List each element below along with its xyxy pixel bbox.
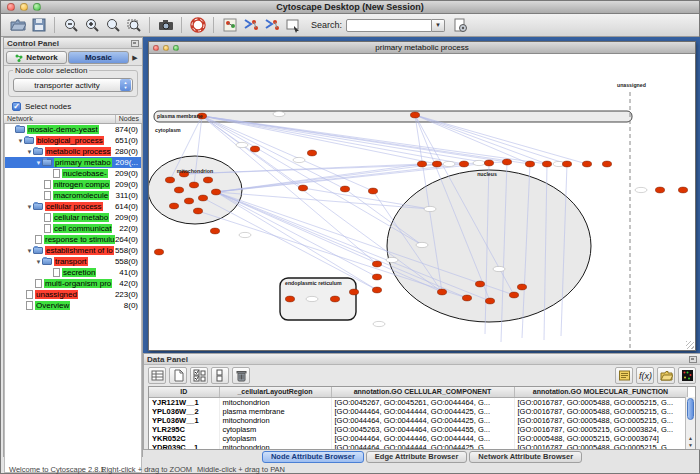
network-node[interactable] <box>542 161 551 167</box>
tree-column-nodes[interactable]: Nodes <box>116 115 142 123</box>
tree-expand-icon[interactable]: ▼ <box>26 248 33 254</box>
network-node[interactable] <box>678 187 687 193</box>
zoom-in-icon[interactable] <box>81 15 102 35</box>
tree-row[interactable]: ▼establishment of lo558(0) <box>5 245 141 256</box>
tab-edge-attribute-browser[interactable]: Edge Attribute Browser <box>366 451 467 463</box>
tab-overflow-arrow-icon[interactable]: ▶ <box>130 54 140 62</box>
network-node[interactable] <box>250 146 259 152</box>
table-row[interactable]: YPL036W__1mitochondrion[GO:0044464, GO:0… <box>149 416 687 425</box>
tree-row[interactable]: ▼metabolic process280(0) <box>5 146 141 157</box>
node-color-combobox[interactable]: transporter activity ▲▼ <box>13 78 133 92</box>
tree-row[interactable]: mosaic-demo-yeast874(0) <box>5 124 141 135</box>
resize-grip[interactable] <box>686 341 694 349</box>
tree-row[interactable]: ▼primary metabo209(... <box>5 157 141 168</box>
table-column-header[interactable]: annotation.GO CELLULAR_COMPONENT <box>331 387 514 397</box>
table-row[interactable]: YLR295Ccytoplasm[GO:0045263, GO:0044464,… <box>149 425 687 434</box>
tree-expand-icon[interactable]: ▼ <box>26 149 33 155</box>
network-edge[interactable] <box>202 116 489 163</box>
tab-network-attribute-browser[interactable]: Network Attribute Browser <box>469 451 582 463</box>
search-input[interactable] <box>346 19 432 32</box>
network-node[interactable] <box>509 292 518 298</box>
network-node[interactable] <box>198 195 207 201</box>
tree-row[interactable]: secretion41(0) <box>5 267 141 278</box>
network-node[interactable] <box>485 298 494 304</box>
network-canvas[interactable]: plasma membranecytoplasmmitochondrionnuc… <box>149 54 695 350</box>
create-attribute-icon[interactable] <box>169 367 187 384</box>
network-node[interactable] <box>372 287 381 293</box>
network-node[interactable] <box>602 161 611 167</box>
search-dropdown-button[interactable]: ▼ <box>432 19 445 32</box>
help-icon[interactable] <box>187 15 208 35</box>
network-edge[interactable] <box>202 116 530 164</box>
table-row[interactable]: YPL036W__2plasma membrane[GO:0044464, GO… <box>149 407 687 416</box>
attribute-select-icon[interactable] <box>148 367 166 384</box>
table-column-header[interactable]: annotation.GO MOLECULAR_FUNCTION <box>514 387 687 397</box>
network-node[interactable] <box>174 187 183 193</box>
network-node[interactable] <box>330 296 339 302</box>
table-vertical-scrollbar[interactable]: ▲▼ <box>685 397 695 449</box>
network-node[interactable] <box>349 289 358 295</box>
network-node[interactable] <box>211 189 220 195</box>
save-icon[interactable] <box>28 15 49 35</box>
table-row[interactable]: YJR121W__1mitochondrion[GO:0045267, GO:0… <box>149 397 687 407</box>
tree-row[interactable]: unassigned223(0) <box>5 289 141 300</box>
network-edge[interactable] <box>202 116 464 164</box>
tree-expand-icon[interactable]: ▼ <box>17 138 24 144</box>
network-node[interactable] <box>437 289 446 295</box>
network-node[interactable] <box>459 161 468 167</box>
network-node[interactable] <box>410 112 419 118</box>
network-node[interactable] <box>475 281 484 287</box>
tree-expand-icon[interactable]: ▼ <box>26 204 33 210</box>
zoom-selected-icon[interactable] <box>102 15 123 35</box>
network-node[interactable] <box>184 198 193 204</box>
tree-row[interactable]: ▼biological_process651(0) <box>5 135 141 146</box>
delete-attribute-icon[interactable] <box>232 367 250 384</box>
network-node[interactable] <box>525 161 534 167</box>
table-column-header[interactable]: ID <box>149 387 219 397</box>
label-icon[interactable] <box>615 367 633 384</box>
tab-network[interactable]: Network <box>6 51 67 64</box>
network-node[interactable] <box>203 177 212 183</box>
open-file-icon[interactable] <box>7 15 28 35</box>
network-node[interactable] <box>193 208 202 214</box>
network-edge[interactable] <box>216 192 377 290</box>
network-node[interactable] <box>582 161 591 167</box>
network-node[interactable] <box>655 187 664 193</box>
table-row[interactable]: YKR052Ccytoplasm[GO:0044464, GO:0044446,… <box>149 434 687 443</box>
network-node[interactable] <box>462 295 471 301</box>
import-attributes-icon[interactable] <box>657 367 675 384</box>
zoom-fit-icon[interactable] <box>123 15 144 35</box>
network-edge[interactable] <box>203 198 377 290</box>
tree-row[interactable]: cellular metabo209(0) <box>5 212 141 223</box>
snapshot-icon[interactable] <box>155 15 176 35</box>
network-node[interactable] <box>517 284 526 290</box>
network-node[interactable] <box>368 188 377 194</box>
tree-row[interactable]: Overview8(0) <box>5 300 141 311</box>
network-node[interactable] <box>298 185 307 191</box>
tree-row[interactable]: ▼cellular process614(0) <box>5 201 141 212</box>
tab-node-attribute-browser[interactable]: Node Attribute Browser <box>262 451 364 463</box>
tree-row[interactable]: ▼transport558(0) <box>5 256 141 267</box>
tab-mosaic[interactable]: Mosaic <box>68 51 129 64</box>
zoom-out-icon[interactable] <box>60 15 81 35</box>
manage-networks-icon[interactable] <box>282 15 303 35</box>
network-node[interactable] <box>210 228 219 234</box>
formula-builder-icon[interactable]: f(x) <box>636 367 654 384</box>
tree-expand-icon[interactable]: ▼ <box>35 259 42 265</box>
destroy-network-view-icon[interactable] <box>261 15 282 35</box>
tree-row[interactable]: response to stimulu264(0) <box>5 234 141 245</box>
float-panel-icon[interactable] <box>131 40 139 47</box>
network-node[interactable] <box>285 296 294 302</box>
network-edge[interactable] <box>202 116 437 164</box>
network-node[interactable] <box>432 161 441 167</box>
tree-row[interactable]: nucleobase-209(0) <box>5 168 141 179</box>
network-node[interactable] <box>502 159 511 165</box>
network-edge[interactable] <box>184 162 507 174</box>
scrollbar-thumb[interactable] <box>687 398 694 420</box>
tree-column-network[interactable]: Network <box>4 115 116 123</box>
table-column-header[interactable]: _cellularLayoutRegion <box>219 387 331 397</box>
select-nodes-checkbox[interactable]: ✓ <box>12 102 21 111</box>
tree-row[interactable]: macromolecule311(0) <box>5 190 141 201</box>
tree-row[interactable]: nitrogen compo209(0) <box>5 179 141 190</box>
network-node[interactable] <box>340 186 349 192</box>
